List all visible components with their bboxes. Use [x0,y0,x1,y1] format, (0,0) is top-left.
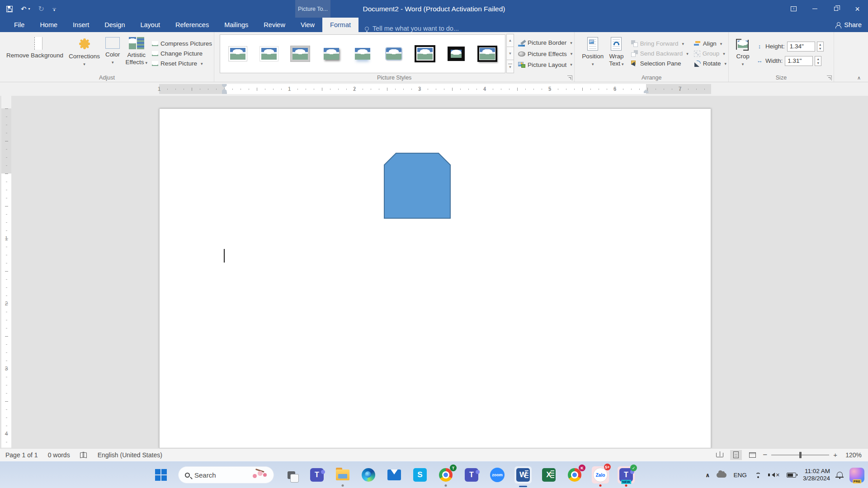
selection-pane-button[interactable]: Selection Pane [631,60,689,67]
taskbar-word-active[interactable]: W [514,466,532,483]
picture-style-thumbnail[interactable] [353,44,373,64]
rotate-button[interactable]: Rotate [694,60,726,67]
size-dialog-launcher[interactable] [827,75,832,80]
taskbar-teams-work[interactable]: T [463,466,480,483]
proofing-status-icon[interactable] [80,452,88,458]
ruler-number: 3 [418,86,421,92]
tab-format[interactable]: Format [322,18,359,32]
volume-muted-icon[interactable]: ✕ [769,472,780,478]
word-count[interactable]: 0 words [48,451,70,459]
taskbar-teams-new[interactable]: T✓NEW [618,466,635,483]
taskbar-zalo[interactable]: Zalo5+ [592,466,609,483]
gallery-scroll-up-button[interactable]: ▲ [506,34,514,47]
gallery-more-button[interactable]: ▼ [506,60,514,73]
picture-effects-button[interactable]: Picture Effects [518,50,572,58]
remove-background-button[interactable]: Remove Background [4,34,66,73]
picture-style-thumbnail[interactable] [384,44,404,64]
taskbar-mail[interactable] [386,466,403,483]
web-layout-button[interactable] [746,450,758,460]
tab-references[interactable]: References [168,18,217,32]
taskbar-teams-chat[interactable]: T [308,466,326,483]
close-button[interactable]: × [847,0,868,18]
tray-overflow-button[interactable]: ∧ [705,472,710,479]
search-box[interactable]: Search [178,466,274,483]
restore-button[interactable] [826,0,847,18]
taskbar-chrome-personal[interactable]: T [437,466,454,483]
picture-style-thumbnail[interactable] [290,44,310,64]
taskbar-chrome-work[interactable]: K [566,466,583,483]
tab-layout[interactable]: Layout [132,18,168,32]
wifi-icon[interactable] [754,472,763,478]
picture-style-thumbnail[interactable] [477,44,497,64]
language-indicator[interactable]: English (United States) [98,451,162,459]
document-page[interactable] [159,108,711,448]
taskbar-file-explorer[interactable] [334,466,351,483]
task-view-button[interactable] [283,466,300,483]
tab-view[interactable]: View [293,18,322,32]
left-indent-marker[interactable] [222,92,227,94]
compress-pictures-button[interactable]: Compress Pictures [152,40,212,47]
input-language[interactable]: ENG [733,472,746,479]
minimize-button[interactable] [804,0,826,18]
document-canvas[interactable]: 1 2 3 4 [0,96,868,448]
reset-picture-button[interactable]: Reset Picture [152,60,212,67]
taskbar-skype[interactable]: S [411,466,429,483]
save-button[interactable] [6,6,13,12]
collapse-ribbon-button[interactable]: ∧ [857,75,861,81]
picture-border-button[interactable]: Picture Border [518,39,572,47]
vertical-ruler[interactable]: 1 2 3 4 [1,96,11,448]
zoom-track[interactable] [771,455,829,455]
battery-icon[interactable] [787,473,796,478]
taskbar-excel[interactable]: X [540,466,557,483]
print-layout-button[interactable] [730,450,742,460]
picture-styles-dialog-launcher[interactable] [567,75,572,80]
ruler-strip[interactable]: 1 1 2 3 4 5 6 7 [0,84,868,94]
tab-mailings[interactable]: Mailings [217,18,256,32]
onedrive-icon[interactable] [717,473,726,478]
snip-corner-rectangle-shape[interactable] [384,153,451,219]
copilot-icon[interactable]: PRE [849,468,864,483]
zoom-in-button[interactable]: + [833,451,837,459]
zoom-handle[interactable] [799,452,802,458]
height-input[interactable] [787,42,815,52]
wrap-text-button[interactable]: WrapText [606,34,626,73]
share-button[interactable]: Share [835,18,862,32]
start-button[interactable] [152,466,170,483]
height-stepper[interactable]: ▲▼ [817,42,824,52]
artistic-effects-button[interactable]: ArtisticEffects [123,34,150,73]
color-button[interactable]: Color [103,34,123,73]
customize-qat-button[interactable]: —▾ [52,7,56,11]
tab-insert[interactable]: Insert [65,18,97,32]
crop-button[interactable]: Crop [733,34,752,73]
width-stepper[interactable]: ▲▼ [815,56,821,66]
position-button[interactable]: Position [579,34,606,73]
zoom-out-button[interactable]: − [763,450,767,460]
picture-style-thumbnail[interactable] [446,44,466,64]
ribbon-display-options-button[interactable]: ↑ [783,0,804,18]
zoom-percentage[interactable]: 120% [842,451,862,459]
align-button[interactable]: Align [694,40,726,47]
read-mode-button[interactable] [714,450,726,460]
change-picture-button[interactable]: Change Picture [152,50,212,57]
tell-me-box[interactable]: Tell me what you want to do... [365,25,459,32]
corrections-button[interactable]: Corrections [66,34,103,73]
tab-review[interactable]: Review [256,18,293,32]
notifications-bell-icon[interactable] [837,472,843,477]
picture-style-thumbnail[interactable] [259,44,279,64]
group-button: Group [694,50,726,57]
undo-dropdown-icon[interactable]: ▾ [28,7,30,11]
picture-style-thumbnail[interactable] [321,44,341,64]
page-indicator[interactable]: Page 1 of 1 [5,451,38,459]
tab-file[interactable]: File [6,18,32,32]
width-input[interactable] [785,56,813,66]
clock[interactable]: 11:02 AM 3/28/2024 [803,468,830,482]
picture-style-thumbnail[interactable] [415,44,435,64]
gallery-scroll-down-button[interactable]: ▼ [506,47,514,60]
picture-style-thumbnail[interactable] [228,44,248,64]
picture-layout-button[interactable]: Picture Layout [518,61,572,68]
tab-design[interactable]: Design [97,18,132,32]
tab-home[interactable]: Home [32,18,65,32]
taskbar-zoom[interactable]: zoom [489,466,506,483]
taskbar-edge[interactable] [360,466,377,483]
undo-button[interactable]: ↶▾ [21,5,30,13]
